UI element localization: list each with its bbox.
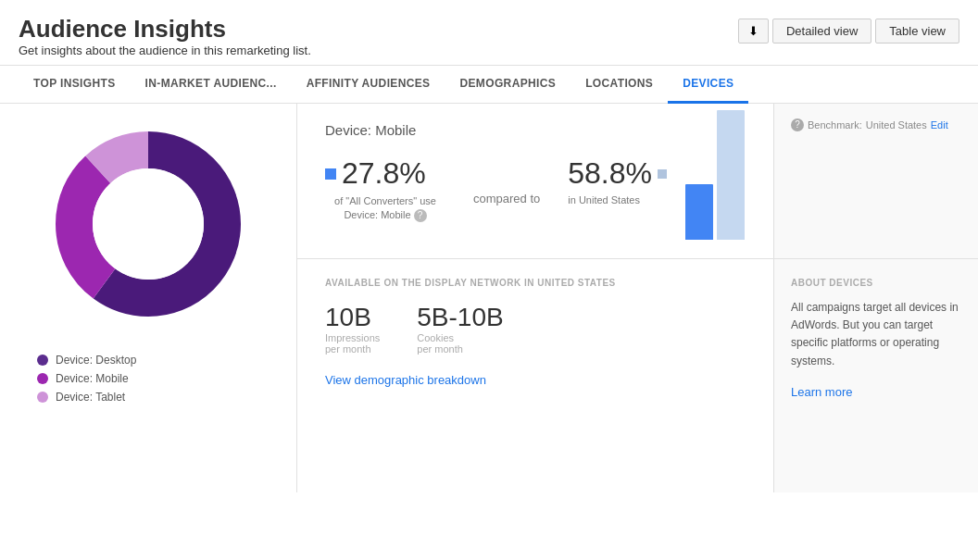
nav-tabs: TOP INSIGHTSIN-MARKET AUDIENC...AFFINITY… [0,66,978,104]
main-color-square [325,168,336,180]
question-mark-icon[interactable]: ? [414,209,427,222]
avail-stats: 10B Impressions per month 5B-10B Cookies… [325,303,746,355]
device-info-panel: Device: Mobile 27.8% of "All Converters"… [297,104,774,258]
download-button[interactable]: ⬇ [738,19,769,44]
legend-color-dot [37,392,48,403]
main-desc: of "All Converters" use Device: Mobile ? [325,194,445,223]
impressions-value: 10B [325,303,380,332]
donut-chart [46,122,250,326]
stat-main: 27.8% of "All Converters" use Device: Mo… [325,156,445,223]
legend-label: Device: Desktop [56,354,136,367]
learn-more-link[interactable]: Learn more [791,385,852,399]
available-panel: AVAILABLE ON THE DISPLAY NETWORK IN UNIT… [297,259,774,492]
impressions-sub: per month [325,343,380,355]
benchmark-country: United States [866,119,927,131]
benchmark-edit-link[interactable]: Edit [931,119,948,131]
legend-item: Device: Tablet [37,391,278,404]
legend-item: Device: Mobile [37,372,278,385]
svg-point-3 [93,168,204,280]
about-title: ABOUT DEVICES [791,278,961,288]
bar-chart [685,166,745,240]
top-panel: Device: Mobile 27.8% of "All Converters"… [297,104,978,259]
nav-tab-devices[interactable]: DEVICES [668,66,748,104]
legend-item: Device: Desktop [37,354,278,367]
page-title: Audience Insights [19,15,311,44]
legend-color-dot [37,355,48,366]
benchmark-panel: ? Benchmark: United States Edit [774,104,978,258]
nav-tab-in-market-audienc---[interactable]: IN-MARKET AUDIENC... [131,66,292,104]
impressions-stat: 10B Impressions per month [325,303,380,355]
cookies-label: Cookies [417,332,503,343]
page-subtitle: Get insights about the audience in this … [19,44,311,57]
compared-to-label: compared to [464,192,549,205]
header: Audience Insights Get insights about the… [0,0,978,66]
about-panel: ABOUT DEVICES All campaigns target all d… [774,259,978,492]
benchmark-location: in United States [568,194,640,205]
cookies-sub: per month [417,343,503,355]
content-area: Device: DesktopDevice: MobileDevice: Tab… [0,104,978,492]
benchmark-percent: 58.8% [568,156,667,191]
header-right: ⬇ Detailed view Table view [738,19,959,44]
main-percent: 27.8% [325,156,426,191]
stats-row: 27.8% of "All Converters" use Device: Mo… [325,156,746,240]
legend-color-dot [37,373,48,384]
detailed-view-button[interactable]: Detailed view [772,19,871,44]
device-title: Device: Mobile [325,122,746,138]
nav-tab-top-insights[interactable]: TOP INSIGHTS [19,66,131,104]
legend-label: Device: Tablet [56,391,125,404]
impressions-label: Impressions [325,332,380,343]
right-panels: Device: Mobile 27.8% of "All Converters"… [296,104,978,492]
header-left: Audience Insights Get insights about the… [19,15,311,57]
cookies-stat: 5B-10B Cookies per month [417,303,503,355]
benchmark-color-square [658,169,667,179]
bar-benchmark [717,110,745,240]
main-percent-value: 27.8% [342,156,426,191]
cookies-value: 5B-10B [417,303,503,332]
legend-label: Device: Mobile [56,372,129,385]
question-benchmark-icon: ? [791,118,804,131]
benchmark-text: Benchmark: [808,119,862,131]
nav-tab-affinity-audiences[interactable]: AFFINITY AUDIENCES [292,66,445,104]
chart-panel: Device: DesktopDevice: MobileDevice: Tab… [0,104,296,492]
view-demographic-link[interactable]: View demographic breakdown [325,373,486,387]
table-view-button[interactable]: Table view [875,19,959,44]
nav-tab-locations[interactable]: LOCATIONS [570,66,668,104]
nav-tab-demographics[interactable]: DEMOGRAPHICS [445,66,570,104]
available-title: AVAILABLE ON THE DISPLAY NETWORK IN UNIT… [325,278,746,288]
chart-legend: Device: DesktopDevice: MobileDevice: Tab… [19,354,278,409]
bottom-panel: AVAILABLE ON THE DISPLAY NETWORK IN UNIT… [297,259,978,492]
bar-main [685,184,713,240]
benchmark-stat: 58.8% in United States [568,156,667,205]
benchmark-header: ? Benchmark: United States Edit [791,118,961,131]
about-description: All campaigns target all devices in AdWo… [791,299,961,370]
